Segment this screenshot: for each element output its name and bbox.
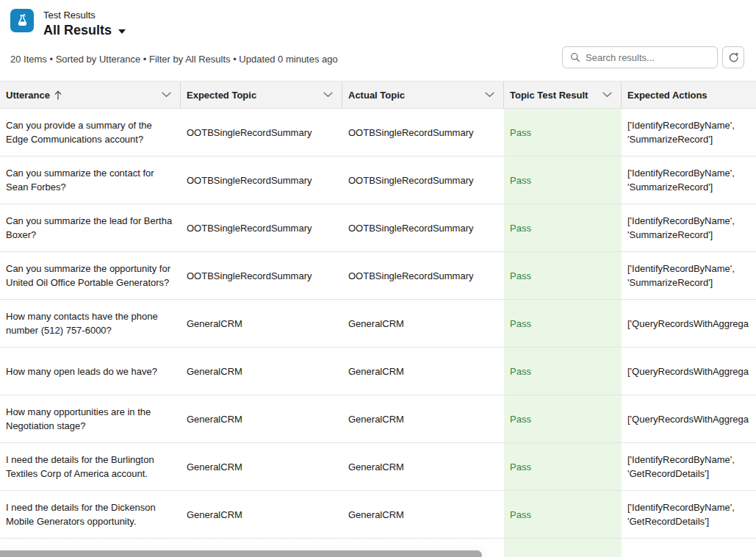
search-input[interactable] xyxy=(586,52,710,63)
cell-topic-test-result: Pass xyxy=(504,348,622,395)
cell-expected-actions: ['IdentifyRecordByName', 'SummarizeRecor… xyxy=(622,109,756,156)
cell-expected-topic: OOTBSingleRecordSummary xyxy=(181,252,342,299)
list-view-selector[interactable]: All Results xyxy=(43,23,126,38)
view-label: All Results xyxy=(43,23,112,38)
cell-topic-test-result: Pass xyxy=(504,443,622,490)
test-results-list-view: Test Results All Results 20 Items • Sort… xyxy=(0,0,756,557)
cell-actual-topic: GeneralCRM xyxy=(342,300,504,347)
table-header-row: Utterance Expected Topic xyxy=(0,81,756,109)
cell-utterance: How many open leads do we have? xyxy=(0,348,181,395)
cell-expected-actions: ['QueryRecordsWithAggrega xyxy=(622,395,756,442)
column-label: Utterance xyxy=(6,90,50,101)
search-box[interactable] xyxy=(562,46,718,68)
cell-actual-topic: OOTBSingleRecordSummary xyxy=(342,252,504,299)
table-row[interactable]: Can you summarize the contact for Sean F… xyxy=(0,157,756,204)
column-header-utterance[interactable]: Utterance xyxy=(0,82,181,108)
table-row[interactable]: Can you summarize the opportunity for Un… xyxy=(0,252,756,300)
table-body: Can you provide a summary of the Edge Co… xyxy=(0,109,756,557)
list-summary: 20 Items • Sorted by Utterance • Filter … xyxy=(10,54,338,65)
cell-topic-test-result: Pass xyxy=(504,109,622,156)
column-menu-chevron-icon[interactable] xyxy=(323,92,333,98)
cell-expected-topic: GeneralCRM xyxy=(181,348,342,395)
cell-expected-actions: ['QueryRecordsWithAggrega xyxy=(622,300,756,347)
column-header-topic-test-result[interactable]: Topic Test Result xyxy=(504,82,622,108)
cell-utterance: How many opportunities are in the Negoti… xyxy=(0,395,181,442)
cell-expected-actions: ['IdentifyRecordByName', 'GetRecordDetai… xyxy=(622,491,756,538)
cell-expected-topic: OOTBSingleRecordSummary xyxy=(181,204,342,251)
column-label: Actual Topic xyxy=(348,90,405,101)
column-header-actual-topic[interactable]: Actual Topic xyxy=(342,82,504,108)
cell-expected-topic: OOTBSingleRecordSummary xyxy=(181,157,342,204)
table-row[interactable]: I need the details for the Dickenson Mob… xyxy=(0,491,756,539)
title-block: Test Results All Results xyxy=(43,10,126,38)
cell-expected-topic: GeneralCRM xyxy=(181,443,342,490)
refresh-button[interactable] xyxy=(722,46,744,68)
column-label: Expected Topic xyxy=(187,90,256,101)
cell-topic-test-result: Pass xyxy=(504,252,622,299)
horizontal-scrollbar xyxy=(0,539,487,557)
cell-utterance: Can you summarize the contact for Sean F… xyxy=(0,157,181,204)
cell-expected-topic: GeneralCRM xyxy=(181,300,342,347)
refresh-icon xyxy=(728,52,739,63)
cell-topic-test-result xyxy=(504,539,622,557)
cell-expected-topic: GeneralCRM xyxy=(181,491,342,538)
cell-expected-topic: OOTBSingleRecordSummary xyxy=(181,109,342,156)
dropdown-caret-icon xyxy=(118,29,126,34)
column-menu-chevron-icon[interactable] xyxy=(162,92,171,98)
cell-topic-test-result: Pass xyxy=(504,395,622,442)
cell-utterance: Can you summarize the lead for Bertha Bo… xyxy=(0,204,181,251)
cell-expected-actions: ['IdentifyRecordByName', 'SummarizeRecor… xyxy=(622,157,756,204)
column-header-expected-topic[interactable]: Expected Topic xyxy=(181,82,342,108)
cell-actual-topic: OOTBSingleRecordSummary xyxy=(342,204,504,251)
cell-actual-topic: GeneralCRM xyxy=(342,395,504,442)
table-row[interactable]: Can you summarize the lead for Bertha Bo… xyxy=(0,204,756,252)
cell-expected-actions: ['QueryRecordsWithAggrega xyxy=(622,348,756,395)
cell-expected-actions: ['IdentifyRecordByName', 'GetRecordDetai… xyxy=(622,443,756,490)
cell-topic-test-result: Pass xyxy=(504,204,622,251)
cell-expected-topic: GeneralCRM xyxy=(181,395,342,442)
cell-topic-test-result: Pass xyxy=(504,491,622,538)
table-row[interactable]: How many open leads do we have? GeneralC… xyxy=(0,348,756,395)
cell-actual-topic: GeneralCRM xyxy=(342,348,504,395)
cell-topic-test-result: Pass xyxy=(504,157,622,204)
results-table: Utterance Expected Topic xyxy=(0,81,756,557)
table-row[interactable]: Can you provide a summary of the Edge Co… xyxy=(0,109,756,157)
cell-utterance: How many contacts have the phone number … xyxy=(0,300,181,347)
cell-utterance: I need the details for the Dickenson Mob… xyxy=(0,491,181,538)
page-header: Test Results All Results 20 Items • Sort… xyxy=(0,0,756,81)
column-menu-chevron-icon[interactable] xyxy=(602,92,612,98)
cell-actual-topic: GeneralCRM xyxy=(342,491,504,538)
cell-actual-topic: GeneralCRM xyxy=(342,443,504,490)
table-row[interactable]: I need the details for the Burlington Te… xyxy=(0,443,756,491)
column-header-expected-actions[interactable]: Expected Actions xyxy=(622,82,756,108)
table-row[interactable]: How many contacts have the phone number … xyxy=(0,300,756,348)
column-label: Topic Test Result xyxy=(510,90,588,101)
cell-expected-actions: ['IdentifyRecordByName', 'SummarizeRecor… xyxy=(622,204,756,251)
cell-expected-actions: ['IdentifyRecordByName', 'SummarizeRecor… xyxy=(622,252,756,299)
cell-utterance: Can you summarize the opportunity for Un… xyxy=(0,252,181,299)
column-menu-chevron-icon[interactable] xyxy=(485,92,494,98)
cell-utterance: Can you provide a summary of the Edge Co… xyxy=(0,109,181,156)
cell-actual-topic: OOTBSingleRecordSummary xyxy=(342,109,504,156)
column-label: Expected Actions xyxy=(627,90,708,101)
object-label: Test Results xyxy=(43,10,126,21)
search-icon xyxy=(570,52,580,62)
cell-actual-topic: OOTBSingleRecordSummary xyxy=(342,157,504,204)
cell-expected-actions: ['IdentifyRecordByName', xyxy=(622,539,756,557)
flask-icon xyxy=(10,9,34,32)
cell-topic-test-result: Pass xyxy=(504,300,622,347)
sort-ascending-icon xyxy=(54,90,62,100)
table-row[interactable]: How many opportunities are in the Negoti… xyxy=(0,395,756,443)
cell-utterance: I need the details for the Burlington Te… xyxy=(0,443,181,490)
horizontal-scrollbar-thumb[interactable] xyxy=(0,550,482,557)
